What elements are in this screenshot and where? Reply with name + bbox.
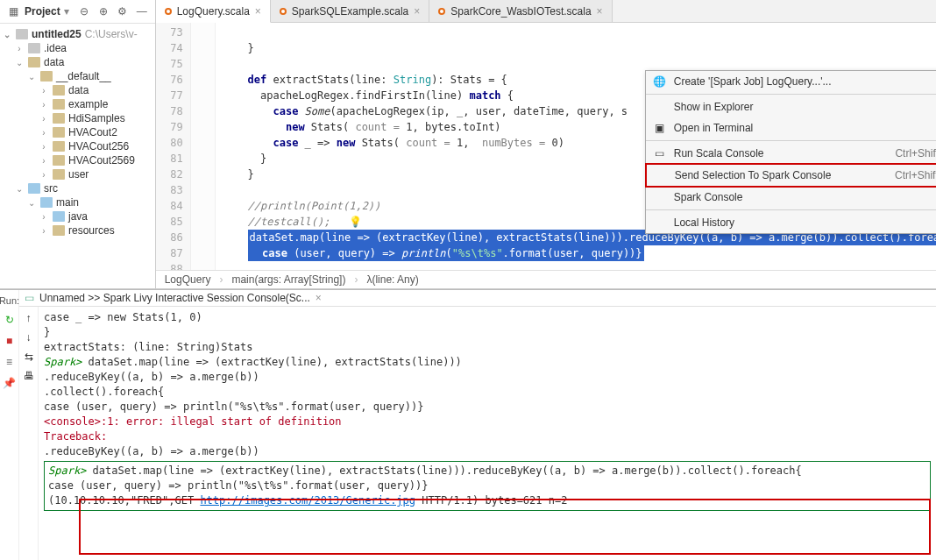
- selection-line-2: case (user, query) => println("%s\t%s".f…: [248, 245, 644, 261]
- target-icon[interactable]: ⊕: [96, 4, 111, 19]
- folder-icon: [53, 113, 65, 124]
- context-menu-item[interactable]: Send Selection To Spark ConsoleCtrl+Shif…: [645, 163, 936, 188]
- dropdown-icon[interactable]: ▾: [64, 5, 69, 18]
- project-sidebar: ▦ Project ▾ ⊖ ⊕ ⚙ — ⌄ untitled25 C:\User…: [0, 0, 156, 288]
- sidebar-title: Project: [25, 5, 60, 18]
- run-toolbar: ↑ ↓ ⇆ 🖶: [19, 307, 39, 560]
- collapse-icon[interactable]: ⊖: [76, 4, 92, 19]
- breadcrumb-item[interactable]: main(args: Array[String]): [231, 273, 345, 286]
- tree-item[interactable]: ›java: [2, 209, 153, 223]
- breadcrumb-item[interactable]: LogQuery: [165, 273, 211, 286]
- up-icon[interactable]: ↑: [26, 312, 32, 324]
- tree-item[interactable]: ›HdiSamples: [2, 111, 153, 125]
- editor-tab[interactable]: SparkCore_WasbIOTest.scala×: [429, 0, 612, 22]
- folder-icon: [53, 85, 65, 96]
- print-icon[interactable]: 🖶: [24, 370, 34, 382]
- folder-icon: [53, 169, 65, 180]
- folder-icon: [28, 43, 40, 53]
- context-menu-item[interactable]: Show in Explorer: [646, 96, 936, 117]
- editor-tab[interactable]: LogQuery.scala×: [156, 0, 271, 23]
- tree-item[interactable]: ›HVACout2: [2, 125, 153, 139]
- folder-icon: [28, 183, 40, 194]
- url-link[interactable]: http://images.com/2013/Generic.jpg: [200, 494, 415, 507]
- context-menu: 🌐Create '[Spark Job] LogQuery...'...Show…: [645, 70, 936, 234]
- breadcrumb-item[interactable]: λ(line: Any): [366, 273, 418, 286]
- run-panel: Run: ↻ ■ ≡ 📌 ▭ Unnamed >> Spark Livy Int…: [0, 289, 936, 560]
- context-menu-item[interactable]: Local History›: [646, 212, 936, 233]
- folder-icon: [53, 211, 65, 222]
- tree-item[interactable]: ›.idea: [2, 41, 153, 55]
- scala-icon: [280, 8, 287, 15]
- tree-item[interactable]: ›HVACout256: [2, 139, 153, 153]
- folder-icon: [53, 127, 65, 138]
- context-menu-item[interactable]: Spark Console›: [646, 187, 936, 208]
- blank-icon: [653, 190, 667, 204]
- gutter-marks: [191, 23, 216, 270]
- blank-icon: [654, 168, 668, 182]
- rerun-icon[interactable]: ↻: [3, 313, 17, 327]
- result-box: Spark> dataSet.map(line => (extractKey(l…: [44, 461, 931, 511]
- console-icon: ▭: [653, 146, 667, 160]
- run-tab-label[interactable]: Unnamed >> Spark Livy Interactive Sessio…: [39, 292, 310, 304]
- tree-item[interactable]: ›resources: [2, 223, 153, 237]
- down-icon[interactable]: ↓: [26, 331, 32, 344]
- run-outer-toolbar: Run: ↻ ■ ≡ 📌: [0, 290, 19, 560]
- pause-icon[interactable]: ≡: [3, 355, 17, 369]
- editor-tab[interactable]: SparkSQLExample.scala×: [271, 0, 429, 22]
- tree-item[interactable]: ›user: [2, 167, 153, 181]
- context-menu-item[interactable]: ▣Open in Terminal: [646, 117, 936, 138]
- terminal-icon: ▣: [653, 121, 667, 135]
- blank-icon: [653, 100, 667, 114]
- context-menu-item[interactable]: 🌐Create '[Spark Job] LogQuery...'...: [646, 71, 936, 92]
- folder-icon: [16, 29, 28, 39]
- tree-item[interactable]: ⌄src: [2, 181, 153, 195]
- project-tree[interactable]: ⌄ untitled25 C:\Users\v- ›.idea⌄data⌄__d…: [0, 24, 155, 288]
- tree-item[interactable]: ⌄__default__: [2, 69, 153, 83]
- error-line: <console>:1: error: illegal start of def…: [44, 415, 931, 429]
- context-menu-item[interactable]: ▭Run Scala ConsoleCtrl+Shift+D: [646, 143, 936, 164]
- tree-item[interactable]: ⌄data: [2, 55, 153, 69]
- run-tab-bar: ▭ Unnamed >> Spark Livy Interactive Sess…: [19, 290, 936, 307]
- globe-icon: 🌐: [653, 74, 667, 89]
- folder-icon: [53, 225, 65, 236]
- close-tab-icon[interactable]: ×: [316, 292, 322, 304]
- folder-icon: [53, 141, 65, 152]
- bulb-icon[interactable]: 💡: [349, 216, 362, 228]
- editor-area: LogQuery.scala×SparkSQLExample.scala×Spa…: [156, 0, 936, 288]
- editor-tabs: LogQuery.scala×SparkSQLExample.scala×Spa…: [156, 0, 936, 23]
- breadcrumb[interactable]: LogQuery› main(args: Array[String])› λ(l…: [156, 270, 936, 288]
- tree-root[interactable]: ⌄ untitled25 C:\Users\v-: [2, 27, 153, 41]
- pin-icon[interactable]: 📌: [3, 376, 17, 390]
- line-gutter: 73747576777879808182838485868788: [156, 23, 191, 270]
- folder-icon: [40, 71, 53, 82]
- tree-item[interactable]: ›HVACout2569: [2, 153, 153, 167]
- folder-icon: [53, 99, 65, 110]
- blank-icon: [653, 216, 667, 230]
- close-icon[interactable]: ×: [255, 5, 261, 18]
- tree-item[interactable]: ›data: [2, 83, 153, 97]
- folder-icon: [40, 197, 53, 208]
- folder-icon: [28, 57, 40, 67]
- scala-icon: [165, 8, 172, 15]
- project-icon[interactable]: ▦: [5, 4, 21, 19]
- sidebar-header: ▦ Project ▾ ⊖ ⊕ ⚙ —: [0, 0, 155, 24]
- close-icon[interactable]: ×: [597, 5, 603, 18]
- gear-icon[interactable]: ⚙: [115, 4, 131, 19]
- folder-icon: [53, 155, 65, 166]
- hide-icon[interactable]: —: [134, 4, 150, 19]
- console-output[interactable]: case _ => new Stats(1, 0) } extractStats…: [39, 307, 936, 560]
- console-icon: ▭: [25, 292, 34, 304]
- run-label: Run:: [0, 295, 19, 306]
- stop-icon[interactable]: ■: [3, 334, 17, 348]
- tree-item[interactable]: ›example: [2, 97, 153, 111]
- wrap-icon[interactable]: ⇆: [25, 351, 33, 363]
- close-icon[interactable]: ×: [414, 5, 420, 18]
- scala-icon: [438, 8, 445, 15]
- tree-item[interactable]: ⌄main: [2, 195, 153, 209]
